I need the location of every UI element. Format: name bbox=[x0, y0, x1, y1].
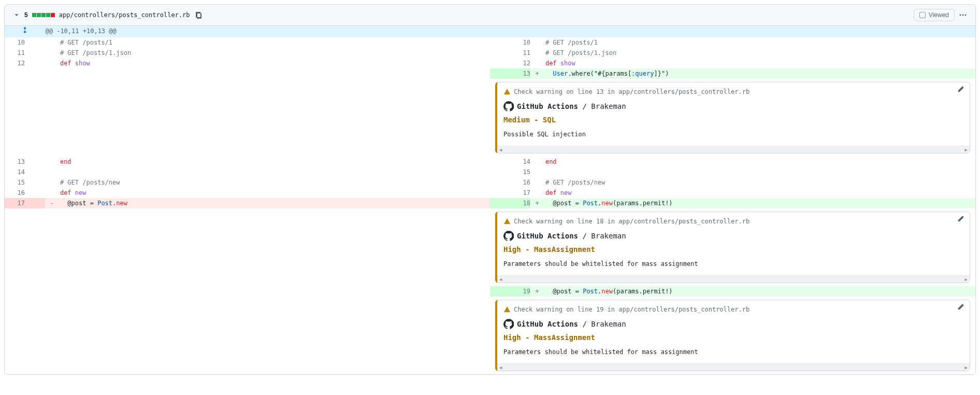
code-line: # GET /posts/1 bbox=[45, 37, 490, 48]
code-line bbox=[45, 167, 490, 177]
line-number-new[interactable]: 12 bbox=[510, 58, 530, 68]
diff-table: @@ -10,11 +10,13 @@10 # GET /posts/110 #… bbox=[5, 26, 975, 374]
kebab-menu-icon[interactable] bbox=[959, 11, 967, 19]
github-actions-icon bbox=[503, 319, 514, 329]
code-line: # GET /posts/1.json bbox=[45, 48, 490, 58]
annotation-scrollbar[interactable]: ◀▶ bbox=[497, 275, 970, 283]
code-line bbox=[530, 167, 975, 177]
chevron-down-icon[interactable] bbox=[13, 11, 20, 19]
edit-annotation-icon[interactable] bbox=[957, 215, 964, 225]
code-line: def new bbox=[45, 188, 490, 198]
line-number-new[interactable]: 17 bbox=[510, 188, 530, 198]
check-annotation: Check warning on line 19 in app/controll… bbox=[495, 300, 970, 371]
checkbox-icon bbox=[919, 12, 926, 18]
annotation-header-text: Check warning on line 18 in app/controll… bbox=[514, 216, 750, 227]
line-number-new[interactable]: 10 bbox=[510, 37, 530, 48]
annotation-header-text: Check warning on line 19 in app/controll… bbox=[514, 304, 750, 315]
code-line-added: + @post = Post.new(params.permit!) bbox=[530, 286, 975, 297]
code-line: end bbox=[45, 157, 490, 167]
file-container: 5 app/controllers/posts_controller.rb Vi… bbox=[4, 4, 976, 375]
line-number-new[interactable]: 16 bbox=[510, 177, 530, 188]
line-number-old[interactable]: 13 bbox=[5, 157, 25, 167]
check-annotation: Check warning on line 18 in app/controll… bbox=[495, 211, 970, 283]
line-number-new[interactable]: 18 bbox=[510, 198, 530, 208]
line-number-new[interactable]: 14 bbox=[510, 157, 530, 167]
expand-hunk-button[interactable] bbox=[5, 26, 45, 37]
annotation-message: Parameters should be whitelisted for mas… bbox=[503, 259, 963, 270]
annotation-source: GitHub Actions / Brakeman bbox=[517, 319, 626, 329]
line-number-new[interactable]: 11 bbox=[510, 48, 530, 58]
annotation-scrollbar[interactable]: ◀▶ bbox=[497, 146, 970, 153]
code-line: end bbox=[530, 157, 975, 167]
line-number-old[interactable]: 15 bbox=[5, 177, 25, 188]
code-line: def show bbox=[45, 58, 490, 68]
line-number-old[interactable]: 17 bbox=[5, 198, 25, 208]
line-number-old[interactable]: 12 bbox=[5, 58, 25, 68]
edit-annotation-icon[interactable] bbox=[957, 86, 964, 96]
svg-point-1 bbox=[962, 15, 964, 16]
line-number-old[interactable]: 11 bbox=[5, 48, 25, 58]
viewed-label: Viewed bbox=[929, 11, 949, 19]
line-number-old[interactable]: 14 bbox=[5, 167, 25, 177]
code-line: # GET /posts/new bbox=[530, 177, 975, 188]
svg-point-2 bbox=[965, 15, 967, 16]
code-line: # GET /posts/1 bbox=[530, 37, 975, 48]
line-number-new[interactable]: 15 bbox=[510, 167, 530, 177]
line-number-new[interactable]: 13 bbox=[510, 68, 530, 79]
line-number-old[interactable]: 10 bbox=[5, 37, 25, 48]
line-number-old[interactable]: 16 bbox=[5, 188, 25, 198]
edit-annotation-icon[interactable] bbox=[957, 303, 964, 314]
code-line: # GET /posts/1.json bbox=[530, 48, 975, 58]
annotation-level: High - MassAssignment bbox=[503, 332, 963, 343]
code-line-added: + @post = Post.new(params.permit!) bbox=[530, 198, 975, 208]
annotation-source: GitHub Actions / Brakeman bbox=[517, 101, 626, 111]
file-path[interactable]: app/controllers/posts_controller.rb bbox=[59, 11, 190, 19]
code-line-added: + User.where("#{params[:query]}") bbox=[530, 68, 975, 79]
annotation-header-text: Check warning on line 13 in app/controll… bbox=[514, 87, 750, 97]
hunk-header: @@ -10,11 +10,13 @@ bbox=[45, 26, 975, 37]
line-number-new[interactable]: 19 bbox=[510, 286, 530, 297]
file-header: 5 app/controllers/posts_controller.rb Vi… bbox=[5, 5, 975, 26]
check-annotation: Check warning on line 13 in app/controll… bbox=[495, 82, 970, 153]
github-actions-icon bbox=[503, 231, 514, 241]
annotation-level: Medium - SQL bbox=[503, 115, 963, 125]
annotation-message: Parameters should be whitelisted for mas… bbox=[503, 347, 963, 358]
annotation-scrollbar[interactable]: ◀▶ bbox=[497, 363, 970, 371]
viewed-toggle[interactable]: Viewed bbox=[914, 9, 955, 21]
code-line: # GET /posts/new bbox=[45, 177, 490, 188]
annotation-message: Possible SQL injection bbox=[503, 129, 963, 140]
code-line-deleted: - @post = Post.new bbox=[45, 198, 490, 208]
code-line: def new bbox=[530, 188, 975, 198]
annotation-source: GitHub Actions / Brakeman bbox=[517, 231, 626, 241]
code-line: def show bbox=[530, 58, 975, 68]
annotation-level: High - MassAssignment bbox=[503, 244, 963, 255]
github-actions-icon bbox=[503, 101, 514, 111]
copy-path-icon[interactable] bbox=[194, 11, 203, 19]
file-change-count: 5 bbox=[24, 11, 28, 19]
svg-point-0 bbox=[960, 15, 961, 16]
diff-stat-blocks bbox=[32, 13, 55, 17]
